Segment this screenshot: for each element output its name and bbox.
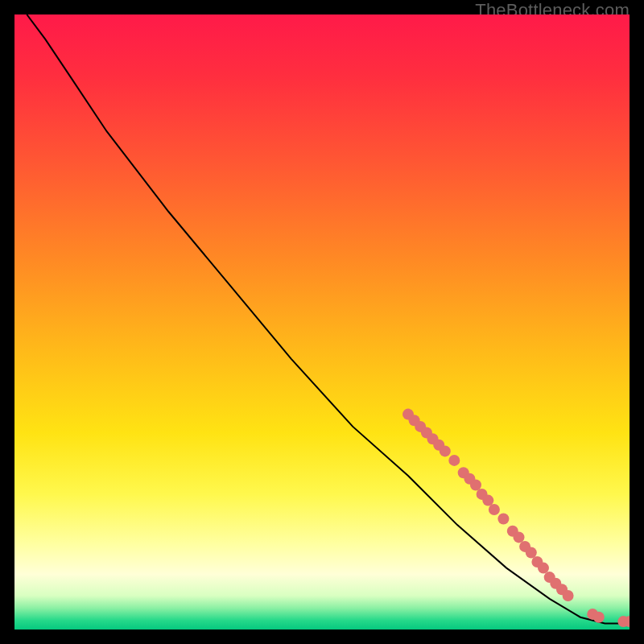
data-marker — [482, 495, 493, 506]
plot-area — [14, 14, 630, 630]
data-marker — [489, 504, 500, 515]
data-marker — [470, 480, 481, 491]
chart-background — [14, 14, 630, 630]
data-marker — [497, 514, 509, 525]
data-marker — [526, 547, 537, 559]
data-marker — [593, 612, 605, 623]
data-marker — [563, 590, 574, 601]
data-marker — [448, 455, 460, 466]
chart-frame: TheBottleneck.com — [0, 0, 644, 644]
data-marker — [538, 563, 549, 574]
data-marker — [514, 531, 525, 543]
chart-svg — [14, 14, 630, 630]
data-marker — [440, 445, 451, 456]
